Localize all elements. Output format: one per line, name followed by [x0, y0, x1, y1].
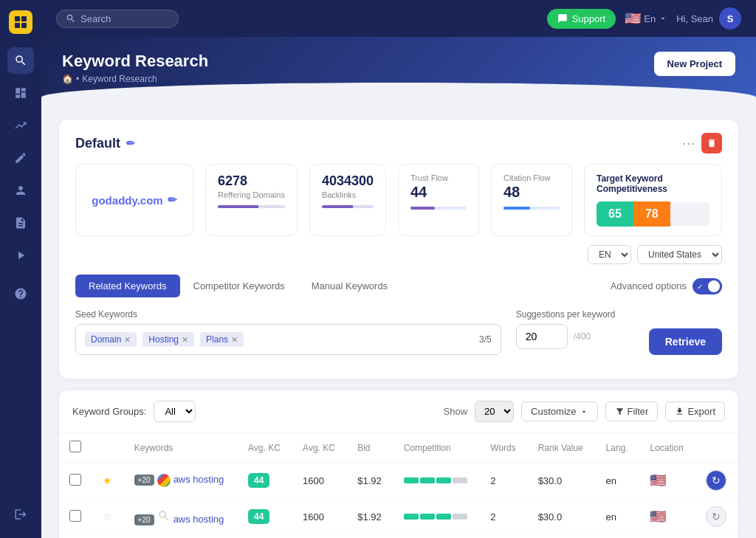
col-words: Words: [480, 433, 527, 463]
customize-button[interactable]: Customize: [521, 401, 597, 421]
svg-rect-0: [15, 16, 20, 21]
toolbar-right: Show 20 Customize Filter Export: [444, 401, 725, 422]
keyword-link-0[interactable]: aws hosting: [173, 474, 224, 485]
delete-button[interactable]: [701, 133, 722, 154]
table-card: Keyword Groups: All Show 20 Customize: [59, 390, 738, 538]
keyword-groups-label: Keyword Groups:: [72, 406, 146, 417]
trust-flow-bar-fill: [410, 207, 435, 210]
tag-badge-0: +20: [134, 475, 154, 486]
refresh-btn-1[interactable]: ↻: [706, 506, 726, 527]
tab-manual-keywords[interactable]: Manual Keywords: [298, 275, 401, 297]
referring-domains-bar: [218, 205, 285, 208]
export-label: Export: [687, 406, 715, 417]
suggestions-input-row: /400: [516, 324, 634, 349]
rank-value-2: $30.0: [528, 535, 596, 539]
sidebar-item-edit[interactable]: [7, 145, 34, 171]
col-bid: Bid: [347, 433, 393, 463]
sidebar-item-logout[interactable]: [7, 501, 34, 528]
breadcrumb-current: Keyword Research: [82, 74, 157, 84]
suggestions-max: /400: [574, 331, 591, 342]
sidebar-item-help[interactable]: [7, 280, 34, 307]
support-button[interactable]: Support: [547, 9, 616, 29]
refresh-btn-0[interactable]: ↻: [706, 470, 726, 491]
chevron-down-icon: [659, 14, 667, 23]
country-select[interactable]: United States: [637, 245, 722, 264]
avg-kc-2: 1600: [292, 535, 347, 539]
group-select[interactable]: All: [154, 401, 196, 422]
seed-input-box[interactable]: Domain ✕ Hosting ✕ Plans ✕ 3/5: [75, 324, 501, 355]
show-label: Show: [444, 406, 468, 417]
edit-title-icon[interactable]: ✏: [126, 137, 135, 149]
sidebar-item-dashboard[interactable]: [7, 80, 34, 106]
google-icon-0: [157, 474, 171, 487]
words-1: 2: [480, 499, 527, 535]
seed-tag-plans-remove[interactable]: ✕: [231, 335, 238, 345]
language-select[interactable]: EN: [588, 245, 631, 264]
customize-label: Customize: [531, 406, 576, 417]
card-header: Default ✏ ···: [75, 133, 722, 154]
row-checkbox-0[interactable]: [69, 474, 81, 486]
rank-value-1: $30.0: [528, 499, 596, 535]
star-icon-1[interactable]: ☆: [103, 511, 112, 523]
filter-label: Filter: [628, 406, 649, 417]
backlinks-card: 4034300 Backlinks: [309, 164, 386, 236]
filter-button[interactable]: Filter: [605, 401, 659, 421]
keyword-link-1[interactable]: aws hosting: [173, 514, 224, 525]
export-button[interactable]: Export: [665, 401, 725, 421]
options-row: EN United States: [75, 245, 722, 264]
row-checkbox-1[interactable]: [69, 510, 81, 522]
seed-tag-hosting-remove[interactable]: ✕: [182, 335, 188, 345]
col-rank-value: Rank Value: [528, 433, 596, 463]
tab-related-keywords[interactable]: Related Keywords: [75, 275, 180, 297]
seed-tag-domain-remove[interactable]: ✕: [124, 335, 131, 345]
advanced-toggle-switch[interactable]: ✓: [693, 278, 722, 294]
user-avatar[interactable]: S: [719, 7, 741, 30]
suggestions-label: Suggestions per keyword: [516, 309, 634, 320]
avg-kc-1: 1600: [292, 499, 347, 535]
col-lang: Lang.: [596, 433, 640, 463]
support-label: Support: [572, 13, 606, 24]
sidebar-item-keyword-research[interactable]: [7, 47, 34, 74]
kw-score-2: 78: [633, 201, 670, 227]
star-icon-0[interactable]: ★: [103, 475, 112, 486]
more-options-button[interactable]: ···: [682, 136, 695, 151]
tabs-row: Related Keywords Competitor Keywords Man…: [75, 275, 722, 297]
rank-value-0: $30.0: [528, 463, 596, 499]
col-keywords: Keywords: [124, 433, 238, 463]
table-header-row: Keywords Avg. KC Avg. KC Bid Competition…: [59, 433, 738, 463]
seed-section: Seed Keywords Domain ✕ Hosting ✕ Plans ✕: [75, 309, 501, 355]
lang-0: en: [596, 463, 640, 499]
suggestions-input[interactable]: [516, 324, 568, 349]
referring-domains-label: Reffering Domains: [218, 190, 285, 199]
tab-competitor-keywords[interactable]: Competitor Keywords: [180, 275, 298, 297]
sidebar-item-play[interactable]: [7, 242, 34, 269]
backlinks-label: Backlinks: [322, 190, 374, 199]
sidebar-item-users[interactable]: [7, 177, 34, 204]
page-title: Keyword Research: [62, 52, 735, 71]
select-all-checkbox[interactable]: [69, 441, 81, 452]
domain-link[interactable]: godaddy.com ✏: [92, 193, 176, 207]
seed-tag-plans: Plans ✕: [200, 332, 244, 347]
new-project-button[interactable]: New Project: [654, 52, 735, 76]
sidebar-item-documents[interactable]: [7, 210, 34, 236]
card-title-text: Default: [75, 136, 120, 151]
competition-bar-0: [404, 477, 470, 483]
search-box[interactable]: [56, 10, 179, 28]
show-select[interactable]: 20: [475, 401, 514, 422]
sidebar-item-analytics[interactable]: [7, 112, 34, 139]
domain-edit-icon[interactable]: ✏: [168, 193, 177, 207]
trust-flow-bar: [410, 207, 467, 210]
sidebar-logo[interactable]: [9, 10, 32, 34]
trust-flow-card: Trust Flow 44: [398, 164, 479, 236]
language-selector[interactable]: 🇺🇸 En: [625, 10, 667, 27]
referring-domains-value: 6278: [218, 173, 285, 189]
trust-flow-value: 44: [410, 184, 467, 201]
retrieve-button[interactable]: Retrieve: [649, 328, 722, 355]
avg-kc-0: 1600: [292, 463, 347, 499]
comp-seg-0-1: [420, 477, 435, 483]
kw-score-bar: [670, 202, 709, 226]
suggestions-section: Suggestions per keyword /400: [516, 309, 634, 349]
search-input[interactable]: [80, 13, 169, 24]
search-icon: [66, 13, 76, 24]
breadcrumb: 🏠 • Keyword Research: [62, 74, 735, 84]
